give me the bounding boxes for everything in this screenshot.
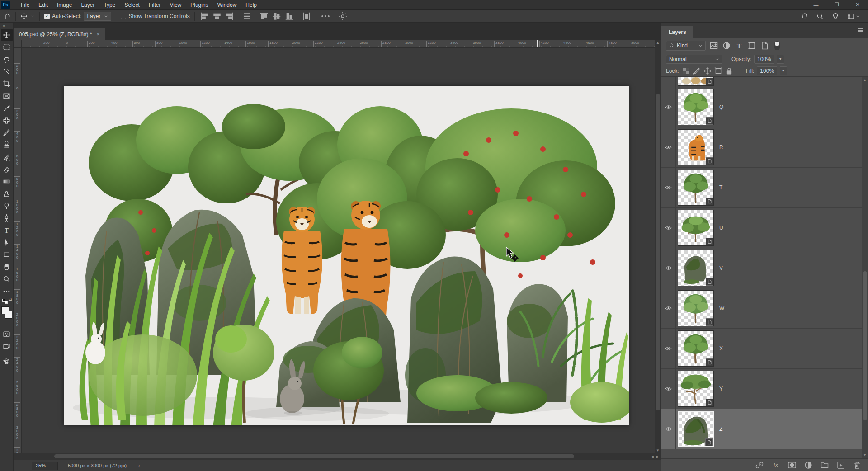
lock-all-icon[interactable] — [725, 67, 733, 75]
add-layer-mask-icon[interactable] — [788, 461, 797, 469]
layer-visibility-eye-icon[interactable] — [661, 288, 676, 328]
scroll-right-icon[interactable]: ▶ — [656, 455, 659, 459]
blend-mode-dropdown[interactable]: Normal — [666, 55, 722, 64]
layer-name[interactable]: W — [719, 305, 724, 311]
history-brush-tool[interactable] — [1, 151, 13, 163]
eyedropper-tool[interactable] — [1, 102, 13, 114]
lock-transparent-pixels-icon[interactable] — [682, 67, 690, 75]
layer-name[interactable]: X — [719, 345, 723, 352]
layer-thumbnail[interactable] — [678, 170, 714, 206]
menu-image[interactable]: Image — [52, 0, 76, 9]
menu-file[interactable]: File — [16, 0, 34, 9]
align-bottom-edges-icon[interactable] — [284, 12, 294, 21]
layer-thumbnail[interactable] — [678, 330, 714, 367]
menu-type[interactable]: Type — [99, 0, 120, 9]
screen-mode-icon[interactable] — [1, 340, 13, 353]
horizontal-ruler[interactable]: 2000200400600800100012001400160018002000… — [22, 40, 655, 48]
align-right-edges-icon[interactable] — [225, 12, 235, 21]
layer-name[interactable]: V — [719, 265, 723, 271]
scroll-down-icon[interactable]: ▼ — [863, 453, 867, 457]
layers-scrollbar[interactable]: ▲ ▼ — [862, 77, 868, 458]
show-transform-checkbox[interactable] — [121, 14, 126, 19]
gradient-tool[interactable] — [1, 175, 13, 188]
filter-smart-objects-icon[interactable] — [760, 41, 769, 50]
new-layer-icon[interactable] — [836, 461, 845, 469]
rotate-view-icon[interactable] — [1, 355, 13, 367]
close-button[interactable]: ✕ — [847, 0, 868, 10]
auto-select-target-dropdown[interactable]: Layer — [84, 12, 111, 21]
scroll-down-icon[interactable]: ▼ — [656, 448, 660, 452]
zoom-tool[interactable] — [1, 273, 13, 285]
layer-visibility-eye-icon[interactable] — [661, 409, 676, 449]
layer-name[interactable]: Y — [719, 386, 723, 392]
path-selection-tool[interactable] — [1, 236, 13, 249]
auto-select-checkbox[interactable]: ✓ — [44, 14, 50, 19]
fill-chevron-icon[interactable]: ▼ — [780, 66, 787, 75]
layer-thumbnail[interactable] — [678, 77, 714, 86]
align-vertical-centers-icon[interactable] — [272, 12, 282, 21]
rectangular-marquee-tool[interactable] — [1, 41, 13, 53]
layer-row-r[interactable]: R — [661, 127, 868, 168]
scroll-up-icon[interactable]: ▲ — [863, 78, 867, 82]
layers-scroll-thumb[interactable] — [863, 271, 867, 420]
layer-visibility-eye-icon[interactable] — [661, 87, 676, 127]
layer-visibility-eye-icon[interactable] — [661, 77, 676, 87]
clone-stamp-tool[interactable] — [1, 139, 13, 151]
color-swatches[interactable] — [1, 306, 13, 324]
lock-image-pixels-icon[interactable] — [693, 67, 701, 75]
tab-close-icon[interactable]: × — [97, 31, 100, 38]
more-alignment-options-icon[interactable] — [321, 12, 330, 21]
layer-visibility-eye-icon[interactable] — [661, 127, 676, 167]
alignment-settings-gear-icon[interactable] — [338, 12, 348, 21]
filter-shape-layers-icon[interactable] — [747, 41, 756, 50]
fill-value-field[interactable]: 100% — [757, 66, 777, 75]
distribute-spacing-icon[interactable] — [242, 12, 252, 21]
toolbar-collapse-chevrons-icon[interactable]: » — [0, 23, 13, 29]
lock-position-icon[interactable] — [703, 67, 712, 75]
layer-row-w[interactable]: W — [661, 288, 868, 329]
magic-wand-tool[interactable] — [1, 66, 13, 78]
layer-thumbnail[interactable] — [678, 129, 714, 165]
vertical-ruler[interactable]: 2000200400600800100012001400160018002000… — [14, 48, 22, 453]
menu-plugins[interactable]: Plugins — [186, 0, 212, 9]
move-tool[interactable] — [1, 29, 13, 41]
workspace-chevron-icon[interactable] — [856, 13, 860, 20]
layer-name[interactable]: T — [719, 184, 722, 191]
layer-visibility-eye-icon[interactable] — [661, 369, 676, 409]
status-expand-chevron[interactable]: › — [138, 463, 140, 468]
canvas-vertical-scrollbar[interactable]: ▲ ▼ — [655, 40, 661, 453]
frame-tool[interactable] — [1, 90, 13, 102]
brush-tool[interactable] — [1, 127, 13, 139]
minimize-button[interactable]: — — [806, 0, 826, 10]
layer-thumbnail[interactable] — [678, 411, 714, 447]
layer-visibility-eye-icon[interactable] — [661, 248, 676, 288]
layer-name[interactable]: U — [719, 225, 723, 231]
panel-menu-icon[interactable] — [857, 27, 864, 34]
layer-row[interactable] — [661, 77, 868, 87]
edit-toolbar[interactable] — [1, 285, 13, 297]
discover-lightbulb-icon[interactable] — [832, 13, 839, 20]
menu-edit[interactable]: Edit — [34, 0, 52, 9]
new-group-icon[interactable] — [820, 461, 829, 469]
filter-pixel-layers-icon[interactable] — [709, 41, 718, 50]
layer-thumbnail[interactable] — [678, 250, 714, 286]
horizontal-scroll-thumb[interactable] — [54, 454, 574, 458]
layer-effects-icon[interactable]: fx — [771, 461, 780, 469]
layer-name[interactable]: R — [719, 144, 723, 151]
delete-layer-icon[interactable] — [853, 461, 862, 469]
foreground-color-swatch[interactable] — [1, 306, 9, 314]
smudge-tool[interactable] — [1, 188, 13, 200]
lasso-tool[interactable] — [1, 53, 13, 66]
layer-thumbnail[interactable] — [678, 290, 714, 326]
quick-mask-mode-icon[interactable] — [1, 328, 13, 340]
ruler-origin-corner[interactable] — [14, 40, 22, 48]
layer-name[interactable]: Q — [719, 104, 723, 110]
layer-row-z[interactable]: Z — [661, 409, 868, 449]
scroll-left-icon[interactable]: ◀ — [651, 455, 654, 459]
layer-thumbnail[interactable] — [678, 371, 714, 407]
menu-filter[interactable]: Filter — [144, 0, 165, 9]
spot-healing-brush-tool[interactable] — [1, 114, 13, 127]
scroll-up-icon[interactable]: ▲ — [656, 41, 660, 45]
workspace-switcher-icon[interactable] — [847, 13, 854, 20]
layer-thumbnail[interactable] — [678, 89, 714, 125]
